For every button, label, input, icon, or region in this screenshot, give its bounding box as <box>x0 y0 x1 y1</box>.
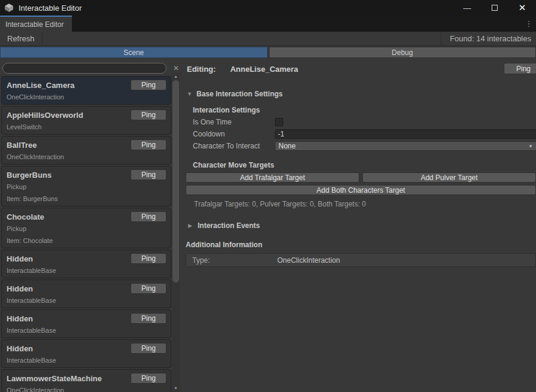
additional-information-header: Additional Information <box>186 241 536 249</box>
editing-ping-button[interactable]: Ping <box>504 63 536 74</box>
tab-debug[interactable]: Debug <box>269 47 536 58</box>
ping-button[interactable]: Ping <box>131 253 166 264</box>
list-scrollbar[interactable]: ▲ ▼ <box>172 73 180 392</box>
item-extra: Item: Chocolate <box>7 237 166 244</box>
ping-button[interactable]: Ping <box>131 211 166 222</box>
scroll-up-icon[interactable]: ▲ <box>172 73 180 79</box>
foldout-closed-icon: ▶ <box>188 223 193 229</box>
refresh-button[interactable]: Refresh <box>0 32 43 45</box>
item-name: Hidden <box>7 254 33 263</box>
item-type: InteractableBase <box>7 357 166 364</box>
scroll-down-icon[interactable]: ▼ <box>172 385 180 391</box>
item-name: AnneLise_Camera <box>7 81 74 90</box>
dock-tab-interactable-editor[interactable]: Interactable Editor <box>0 16 72 32</box>
type-label: Type: <box>192 256 277 265</box>
list-item[interactable]: Hidden Ping InteractableBase <box>1 309 171 338</box>
item-name: Hidden <box>7 344 33 353</box>
ping-button[interactable]: Ping <box>131 313 166 324</box>
ping-button[interactable]: Ping <box>131 110 166 120</box>
character-to-interact-dropdown[interactable]: None ▼ <box>275 141 536 151</box>
is-one-time-label: Is One Time <box>193 118 275 126</box>
item-name: BurgerBuns <box>7 171 52 180</box>
is-one-time-checkbox[interactable] <box>275 118 283 126</box>
item-name: Hidden <box>7 314 33 323</box>
editing-header: Editing: AnneLise_Camera Ping <box>187 63 536 75</box>
dropdown-selected-value: None <box>278 142 296 150</box>
tab-scene[interactable]: Scene <box>0 47 268 58</box>
base-interaction-settings-foldout[interactable]: ▼ Base Interaction Settings <box>187 89 536 99</box>
ping-button[interactable]: Ping <box>131 283 166 294</box>
ping-button[interactable]: Ping <box>131 139 166 150</box>
app-cube-icon <box>4 3 14 13</box>
list-item[interactable]: BallTree Ping OneClickInteraction <box>1 136 171 165</box>
item-type: Pickup <box>7 225 166 232</box>
view-tabs: Scene Debug <box>0 46 536 58</box>
interaction-events-foldout[interactable]: ▶ Interaction Events <box>188 221 536 230</box>
editing-target-name: AnneLise_Camera <box>230 65 298 74</box>
foldout-open-icon: ▼ <box>187 91 192 97</box>
type-info-row: Type: OneClickInteraction <box>186 253 536 267</box>
found-count-label: Found: 14 interactables <box>441 32 536 45</box>
ping-button[interactable]: Ping <box>131 373 166 384</box>
search-clear-button[interactable]: ✕ <box>170 63 182 74</box>
list-item[interactable]: LawnmowerStateMachine Ping OneClickInter… <box>1 369 171 392</box>
interactable-editor-window: Interactable Editor — ✕ Interactable Edi… <box>0 0 536 392</box>
item-type: LevelSwitch <box>7 123 166 130</box>
toolbar: Refresh Found: 14 interactables <box>0 32 536 46</box>
item-type: InteractableBase <box>7 267 166 274</box>
cooldown-input[interactable] <box>275 129 536 139</box>
item-name: LawnmowerStateMachine <box>7 374 102 383</box>
toolbar-spacer <box>43 32 441 45</box>
interactable-list-panel: ✕ AnneLise_Camera Ping OneClickInteracti… <box>0 58 181 392</box>
editing-label: Editing: <box>187 65 216 74</box>
minimize-button[interactable]: — <box>453 0 481 16</box>
list-item[interactable]: BurgerBuns Ping Pickup Item: BurgerBuns <box>1 166 171 206</box>
search-row: ✕ <box>2 63 181 74</box>
item-extra: Item: BurgerBuns <box>7 195 166 202</box>
character-to-interact-label: Character To Interact <box>193 142 275 150</box>
item-type: OneClickInteraction <box>7 153 166 160</box>
cooldown-label: Cooldown <box>193 130 275 138</box>
list-item[interactable]: Chocolate Ping Pickup Item: Chocolate <box>1 208 171 248</box>
item-name: AppleHillsOverworld <box>7 111 83 120</box>
list-item[interactable]: Hidden Ping InteractableBase <box>1 339 171 368</box>
window-title: Interactable Editor <box>19 4 82 13</box>
foldout-label: Interaction Events <box>198 221 260 230</box>
item-type: OneClickInteraction <box>7 387 166 392</box>
interactable-list: AnneLise_Camera Ping OneClickInteraction… <box>1 76 171 392</box>
add-pulver-target-button[interactable]: Add Pulver Target <box>362 172 536 183</box>
item-name: BallTree <box>7 141 37 150</box>
is-one-time-row: Is One Time <box>193 116 536 128</box>
targets-summary: Trafalgar Targets: 0, Pulver Targets: 0,… <box>194 200 536 208</box>
chevron-down-icon: ▼ <box>528 144 533 149</box>
list-item[interactable]: AnneLise_Camera Ping OneClickInteraction <box>1 76 171 105</box>
search-input[interactable] <box>2 63 166 74</box>
dock-tab-strip: Interactable Editor ⋮ <box>0 16 536 32</box>
titlebar: Interactable Editor — ✕ <box>0 0 536 16</box>
item-type: Pickup <box>7 183 166 190</box>
close-button[interactable]: ✕ <box>508 0 536 16</box>
scrollbar-thumb[interactable] <box>172 80 179 282</box>
type-value: OneClickInteraction <box>277 256 340 265</box>
item-type: InteractableBase <box>7 297 166 304</box>
add-trafalgar-target-button[interactable]: Add Trafalgar Target <box>186 172 359 183</box>
kebab-menu-icon[interactable]: ⋮ <box>524 16 534 32</box>
list-item[interactable]: Hidden Ping InteractableBase <box>1 279 171 308</box>
ping-button[interactable]: Ping <box>131 169 166 180</box>
item-type: OneClickInteraction <box>7 93 166 101</box>
foldout-label: Base Interaction Settings <box>196 90 283 98</box>
list-item[interactable]: Hidden Ping InteractableBase <box>1 250 171 278</box>
ping-button[interactable]: Ping <box>131 80 166 90</box>
maximize-button[interactable] <box>481 0 508 16</box>
item-type: InteractableBase <box>7 327 166 334</box>
interaction-settings-header: Interaction Settings <box>193 106 536 114</box>
move-target-buttons-row: Add Trafalgar Target Add Pulver Target <box>186 172 536 183</box>
add-both-row: Add Both Characters Target <box>186 185 536 195</box>
main-content: ✕ AnneLise_Camera Ping OneClickInteracti… <box>0 58 536 392</box>
cooldown-row: Cooldown <box>193 128 536 140</box>
add-both-characters-target-button[interactable]: Add Both Characters Target <box>186 185 536 195</box>
list-item[interactable]: AppleHillsOverworld Ping LevelSwitch <box>1 106 171 135</box>
item-name: Chocolate <box>7 212 44 221</box>
ping-button[interactable]: Ping <box>131 343 166 354</box>
editing-panel: Editing: AnneLise_Camera Ping ▼ Base Int… <box>181 58 536 392</box>
